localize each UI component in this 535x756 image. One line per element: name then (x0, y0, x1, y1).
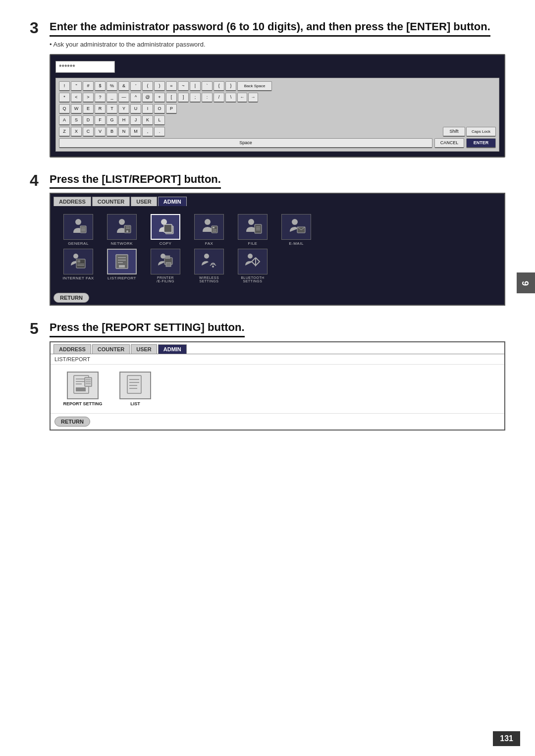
key-y[interactable]: Y (118, 104, 129, 114)
key-e[interactable]: E (83, 104, 94, 114)
key-dash[interactable]: — (118, 93, 129, 103)
key-w[interactable]: W (71, 104, 82, 114)
key-backspace[interactable]: Back Space (237, 81, 272, 91)
key-s[interactable]: S (71, 115, 82, 125)
key-r[interactable]: R (95, 104, 106, 114)
key-z[interactable]: Z (59, 127, 70, 137)
key-t[interactable]: T (107, 104, 117, 114)
key-right[interactable]: → (248, 93, 258, 103)
admin-icon-file[interactable]: FILE (233, 214, 272, 246)
key-gt[interactable]: > (83, 93, 94, 103)
key-g[interactable]: G (107, 115, 117, 125)
key-caret[interactable]: ^ (130, 93, 141, 103)
admin-icon-network[interactable]: NETWORK (102, 214, 142, 246)
step5-number: 5 (30, 321, 45, 336)
password-field[interactable]: ****** (55, 61, 115, 73)
key-k[interactable]: K (142, 115, 153, 125)
key-colon[interactable]: : (202, 93, 213, 103)
key-c[interactable]: C (83, 127, 94, 137)
key-q[interactable]: Q (59, 104, 70, 114)
key-semi[interactable]: ; (190, 93, 201, 103)
key-comma[interactable]: , (142, 127, 153, 137)
step5-return-button[interactable]: RETURN (54, 417, 90, 427)
key-i[interactable]: I (142, 104, 153, 114)
key-capslock[interactable]: Caps Lock (466, 127, 496, 137)
key-period[interactable]: . (154, 127, 165, 137)
tab-counter[interactable]: COUNTER (92, 197, 130, 206)
svg-point-40 (212, 266, 214, 268)
key-v[interactable]: V (95, 127, 106, 137)
svg-rect-19 (255, 224, 262, 233)
admin-icon-printer[interactable]: PRINTER/E-FILING (146, 249, 185, 283)
key-lt[interactable]: < (71, 93, 82, 103)
key-pipe[interactable]: | (190, 81, 201, 91)
key-cbracket[interactable]: ] (178, 93, 189, 103)
key-f[interactable]: F (95, 115, 106, 125)
key-obrace[interactable]: { (214, 81, 224, 91)
key-b[interactable]: B (107, 127, 117, 137)
copy-icon-box (151, 214, 180, 240)
key-apostrophe[interactable]: ' (130, 81, 141, 91)
key-d[interactable]: D (83, 115, 94, 125)
key-cancel[interactable]: CANCEL (434, 138, 464, 148)
tab-user[interactable]: USER (131, 197, 157, 206)
lr-tab-user[interactable]: USER (131, 344, 157, 354)
key-obracket[interactable]: [ (166, 93, 177, 103)
key-tilde[interactable]: ~ (178, 81, 189, 91)
key-a[interactable]: A (59, 115, 70, 125)
key-dollar[interactable]: $ (95, 81, 106, 91)
key-left[interactable]: ← (237, 93, 247, 103)
email-label: E-MAIL (289, 241, 304, 246)
tab-admin[interactable]: ADMIN (158, 197, 187, 206)
admin-icon-email[interactable]: E-MAIL (276, 214, 316, 246)
key-exclaim[interactable]: ! (59, 81, 70, 91)
key-enter[interactable]: ENTER (466, 138, 496, 148)
key-n[interactable]: N (118, 127, 129, 137)
keyboard-panel: ****** ! " # $ % & ' ( ) = ~ | ` { } Bac… (50, 54, 505, 158)
admin-icon-copy[interactable]: COPY (146, 214, 185, 246)
key-star[interactable]: * (59, 93, 70, 103)
key-hash[interactable]: # (83, 81, 94, 91)
key-p[interactable]: P (166, 104, 177, 114)
key-underscore[interactable]: _ (107, 93, 117, 103)
admin-icon-general[interactable]: GENERAL (58, 214, 98, 246)
key-plus[interactable]: + (154, 93, 165, 103)
admin-icon-listreport[interactable]: LIST/REPORT (102, 249, 142, 283)
step4-return-button[interactable]: RETURN (54, 293, 89, 303)
key-shift[interactable]: Shift (443, 127, 465, 137)
key-h[interactable]: H (118, 115, 129, 125)
admin-icon-fax[interactable]: FAX (189, 214, 229, 246)
admin-icon-ifax[interactable]: INTERNET FAX (58, 249, 98, 283)
key-quote[interactable]: " (71, 81, 82, 91)
lr-tab-admin[interactable]: ADMIN (158, 344, 187, 354)
key-at[interactable]: @ (142, 93, 153, 103)
key-question[interactable]: ? (95, 93, 106, 103)
listreport-label: LIST/REPORT (107, 276, 136, 280)
key-m[interactable]: M (130, 127, 141, 137)
ifax-icon-box (63, 249, 93, 274)
admin-icon-bluetooth[interactable]: BLUETOOTHSETTINGS (233, 249, 272, 283)
lr-icon-list[interactable]: LIST (113, 372, 158, 406)
key-slash[interactable]: / (214, 93, 224, 103)
lr-tabs: ADDRESS COUNTER USER ADMIN (51, 342, 504, 354)
lr-tab-counter[interactable]: COUNTER (92, 344, 130, 354)
key-l[interactable]: L (154, 115, 165, 125)
key-amp[interactable]: & (118, 81, 129, 91)
key-backslash[interactable]: \ (225, 93, 236, 103)
tab-address[interactable]: ADDRESS (54, 197, 91, 206)
key-cbrace[interactable]: } (225, 81, 236, 91)
step3-number: 3 (30, 20, 45, 36)
lr-icon-report-setting[interactable]: REPORT SETTING (60, 372, 105, 406)
key-u[interactable]: U (130, 104, 141, 114)
key-o[interactable]: O (154, 104, 165, 114)
key-backtick[interactable]: ` (202, 81, 213, 91)
key-space[interactable]: Space (59, 138, 432, 148)
key-equals[interactable]: = (166, 81, 177, 91)
key-percent[interactable]: % (107, 81, 117, 91)
key-cparen[interactable]: ) (154, 81, 165, 91)
key-oparen[interactable]: ( (142, 81, 153, 91)
lr-tab-address[interactable]: ADDRESS (54, 344, 91, 354)
key-x[interactable]: X (71, 127, 82, 137)
key-j[interactable]: J (130, 115, 141, 125)
admin-icon-wireless[interactable]: WIRELESSSETTINGS (189, 249, 229, 283)
